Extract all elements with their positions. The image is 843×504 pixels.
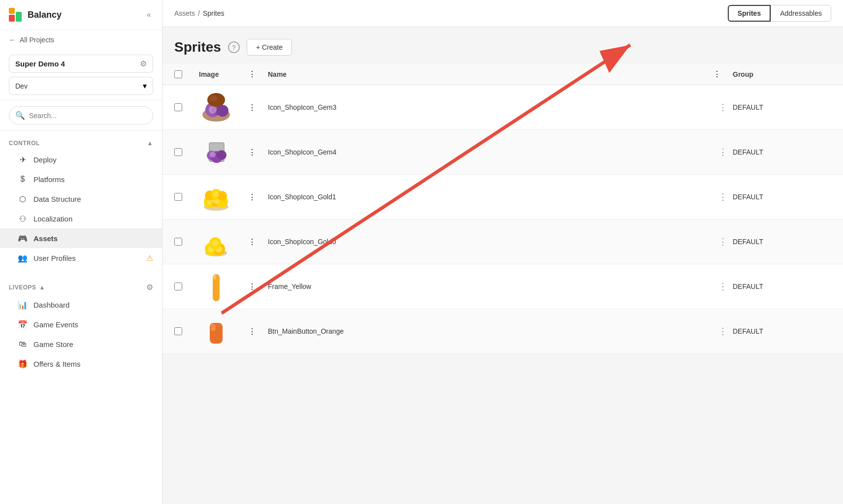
sidebar-item-game-events[interactable]: 📅 Game Events	[0, 315, 162, 334]
offers-items-icon: 🎁	[18, 359, 28, 369]
search-input[interactable]	[29, 112, 147, 120]
sidebar-item-assets[interactable]: 🎮 Assets	[0, 228, 162, 248]
svg-point-17	[210, 152, 216, 158]
svg-rect-1	[16, 12, 22, 22]
row-checkbox-2[interactable]	[174, 148, 182, 156]
chevron-down-icon: ▾	[143, 81, 147, 91]
sidebar-item-assets-label: Assets	[33, 234, 58, 243]
table-row: ⋮ Icon_ShopIcon_Gold1 ⋮ DEFAULT	[162, 175, 843, 220]
game-events-icon: 📅	[18, 319, 28, 329]
sidebar-item-offers-items[interactable]: 🎁 Offers & Items	[0, 354, 162, 374]
liveops-chevron-icon: ▲	[39, 284, 45, 291]
row-name-6: Btn_MainButton_Orange	[268, 327, 713, 335]
environment-row[interactable]: Dev ▾	[9, 77, 153, 95]
sidebar-item-data-structure-label: Data Structure	[33, 195, 81, 203]
game-store-icon: 🛍	[18, 339, 28, 349]
back-arrow-icon: ←	[9, 36, 16, 44]
svg-rect-0	[9, 15, 15, 22]
svg-point-9	[209, 106, 217, 114]
logo-icon	[9, 8, 23, 22]
breadcrumb-separator: /	[198, 9, 200, 17]
sprite-image-6	[199, 314, 233, 348]
svg-point-34	[212, 240, 219, 247]
search-box[interactable]: 🔍	[9, 106, 153, 125]
main-content: Assets / Sprites Sprites Addressables Sp…	[162, 0, 843, 504]
breadcrumb: Assets / Sprites	[174, 9, 224, 17]
select-all-checkbox[interactable]	[174, 70, 182, 78]
row-group-2: DEFAULT	[733, 148, 831, 156]
row-name-3: Icon_ShopIcon_Gold1	[268, 193, 713, 201]
svg-point-11	[210, 95, 218, 101]
sidebar-item-game-store[interactable]: 🛍 Game Store	[0, 334, 162, 354]
row-group-4: DEFAULT	[733, 238, 831, 246]
row-menu-button-5[interactable]: ⋮	[713, 279, 733, 294]
row-name-5: Frame_Yellow	[268, 283, 713, 290]
svg-point-27	[213, 191, 219, 197]
control-label-text: CONTROL	[9, 140, 40, 147]
row-checkbox-1[interactable]	[174, 103, 182, 111]
tab-sprites[interactable]: Sprites	[728, 5, 771, 22]
control-section: CONTROL ▲ ✈ Deploy $ Platforms ⬡ Data St…	[0, 131, 162, 274]
table-row: ⋮ Icon_ShopIcon_Gold0 ⋮ DEFAULT	[162, 220, 843, 264]
sidebar-item-user-profiles[interactable]: 👥 User Profiles ⚠	[0, 248, 162, 268]
sidebar: Balancy « ← All Projects Super Demo 4 ⚙ …	[0, 0, 162, 504]
sidebar-item-offers-items-label: Offers & Items	[33, 360, 81, 368]
control-section-label: CONTROL ▲	[0, 137, 162, 150]
table-row: ⋮ Icon_ShopIcon_Gem3 ⋮ DEFAULT	[162, 85, 843, 130]
create-button[interactable]: + Create	[247, 39, 292, 56]
logo-area: Balancy	[9, 8, 62, 22]
localization-icon: ⚇	[18, 214, 28, 223]
sidebar-item-data-structure[interactable]: ⬡ Data Structure	[0, 189, 162, 209]
sprite-image-2	[199, 135, 233, 169]
project-settings-button[interactable]: ⚙	[140, 59, 147, 68]
table-row: ⋮ Frame_Yellow ⋮ DEFAULT	[162, 264, 843, 309]
row-menu-button-1[interactable]: ⋮	[713, 100, 733, 115]
top-bar: Assets / Sprites Sprites Addressables	[162, 0, 843, 27]
table-header-row: Image ⋮ Name ⋮ Group	[162, 63, 843, 85]
sidebar-item-deploy-label: Deploy	[33, 156, 57, 164]
row-name-4: Icon_ShopIcon_Gold0	[268, 238, 713, 246]
help-icon[interactable]: ?	[228, 41, 240, 53]
app-name: Balancy	[28, 10, 62, 20]
search-icon: 🔍	[15, 111, 25, 120]
row-group-1: DEFAULT	[733, 103, 831, 111]
row-menu-button-2[interactable]: ⋮	[713, 145, 733, 159]
user-profiles-icon: 👥	[18, 253, 28, 263]
row-checkbox-6[interactable]	[174, 327, 182, 335]
row-name-2: Icon_ShopIcon_Gem4	[268, 148, 713, 156]
collapse-sidebar-button[interactable]: «	[145, 8, 153, 21]
page-title: Sprites	[174, 39, 221, 55]
row-menu-button-6[interactable]: ⋮	[713, 324, 733, 339]
row-menu-button-3[interactable]: ⋮	[713, 189, 733, 204]
sidebar-item-platforms[interactable]: $ Platforms	[0, 169, 162, 189]
svg-rect-36	[213, 275, 216, 280]
project-name: Super Demo 4	[15, 60, 65, 68]
sidebar-item-localization[interactable]: ⚇ Localization	[0, 209, 162, 228]
deploy-icon: ✈	[18, 155, 28, 164]
control-chevron-icon: ▲	[147, 140, 153, 147]
content-area: Sprites ? + Create Image ⋮ Name ⋮ Group	[162, 27, 843, 504]
col-image-header: Image	[199, 70, 248, 78]
page-header: Sprites ? + Create	[162, 27, 843, 63]
sprite-image-4	[199, 224, 233, 259]
row-checkbox-4[interactable]	[174, 238, 182, 246]
search-area: 🔍	[0, 100, 162, 131]
platforms-icon: $	[18, 174, 28, 184]
breadcrumb-parent[interactable]: Assets	[174, 9, 195, 17]
sidebar-item-dashboard[interactable]: 📊 Dashboard	[0, 295, 162, 315]
liveops-settings-button[interactable]: ⚙	[146, 283, 153, 292]
svg-rect-38	[211, 324, 216, 331]
liveops-label-text: LIVEOPS	[9, 284, 36, 291]
row-menu-button-4[interactable]: ⋮	[713, 234, 733, 249]
tab-addressables[interactable]: Addressables	[771, 5, 831, 22]
liveops-section-header: LIVEOPS ▲ ⚙	[0, 280, 162, 295]
row-checkbox-3[interactable]	[174, 193, 182, 201]
row-checkbox-5[interactable]	[174, 283, 182, 290]
all-projects-link[interactable]: ← All Projects	[0, 30, 162, 50]
table-row: ⋮ Icon_ShopIcon_Gem4 ⋮ DEFAULT	[162, 130, 843, 175]
all-projects-label: All Projects	[20, 36, 54, 44]
sidebar-item-deploy[interactable]: ✈ Deploy	[0, 150, 162, 169]
svg-rect-2	[9, 8, 15, 14]
row-group-3: DEFAULT	[733, 193, 831, 201]
sprite-image-3	[199, 180, 233, 214]
